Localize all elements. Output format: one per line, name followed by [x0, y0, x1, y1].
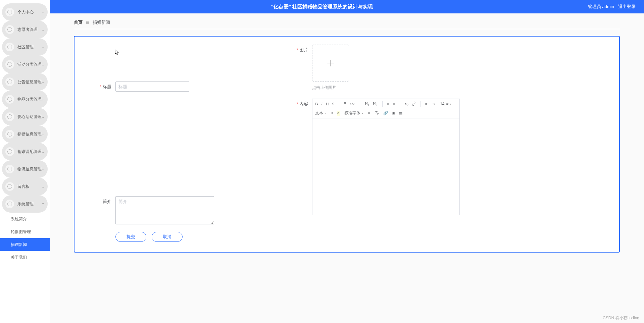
upload-tip: 点击上传图片 [312, 85, 349, 91]
underline-icon[interactable]: U [326, 102, 329, 107]
submit-button[interactable]: 提交 [115, 232, 146, 242]
sidebar-item-logistics[interactable]: 物流信息管理⌄ [2, 160, 48, 178]
clock-icon [7, 62, 12, 67]
strike-icon[interactable]: S [332, 102, 335, 107]
sidebar-item-notice[interactable]: 公告信息管理⌄ [2, 73, 48, 91]
form-left-column: 标题 简介 提交 取消 [84, 45, 292, 242]
clock-icon [7, 27, 12, 32]
breadcrumb-divider [74, 29, 620, 29]
breadcrumb-sep-icon: ☰ [86, 20, 89, 25]
title-label: 标题 [84, 82, 115, 92]
chevron-down-icon: ⌄ [42, 80, 44, 84]
app-header: "亿点爱" 社区捐赠物品管理系统的设计与实现 管理员 admin 退出登录 [0, 0, 644, 13]
image-icon[interactable]: ▣ [392, 111, 395, 116]
sidebar-item-system[interactable]: 系统管理⌃ [2, 195, 48, 213]
breadcrumb: 首页 ☰ 捐赠新闻 [50, 13, 644, 29]
clock-icon [7, 79, 12, 84]
clock-icon [7, 97, 12, 102]
header-actions: 管理员 admin 退出登录 [588, 4, 636, 10]
chevron-down-icon: ⌄ [42, 98, 44, 101]
quote-icon[interactable]: ❞ [344, 102, 346, 107]
sub-item-system-intro[interactable]: 系统简介 [9, 213, 50, 225]
sidebar-item-msgboard[interactable]: 留言板⌄ [2, 178, 48, 195]
chevron-down-icon: ⌄ [42, 150, 44, 154]
image-uploader[interactable] [312, 45, 349, 82]
sub-item-carousel[interactable]: 轮播图管理 [9, 225, 50, 238]
intro-textarea[interactable] [115, 196, 214, 224]
clear-format-icon[interactable]: Tx [375, 110, 379, 116]
superscript-icon[interactable]: x2 [412, 101, 415, 107]
upload-wrap: 点击上传图片 [312, 45, 349, 91]
clock-icon [7, 202, 12, 206]
sidebar-item-community[interactable]: 社区管理⌄ [2, 38, 48, 56]
app-title: "亿点爱" 社区捐赠物品管理系统的设计与实现 [271, 4, 373, 10]
font-family-select[interactable]: 标准字体▾ [344, 110, 363, 116]
content-row: 内容 B I U S ❞ </> [292, 99, 610, 215]
code-icon[interactable]: </> [349, 102, 355, 107]
chevron-down-icon: ⌄ [42, 63, 44, 66]
breadcrumb-current: 捐赠新闻 [93, 19, 110, 25]
italic-icon[interactable]: I [321, 102, 323, 107]
h2-icon[interactable]: H2 [373, 101, 378, 107]
intro-row: 简介 [84, 196, 292, 224]
chevron-down-icon: ⌄ [42, 167, 44, 171]
ol-icon[interactable]: ≡ [387, 102, 390, 107]
clock-icon [7, 132, 12, 137]
admin-label[interactable]: 管理员 admin [588, 4, 614, 10]
chevron-down-icon: ▾ [450, 103, 451, 106]
clock-icon [7, 184, 12, 189]
bg-color-icon[interactable]: A [337, 111, 340, 116]
font-size-select[interactable]: 14px▾ [440, 102, 451, 106]
title-input[interactable] [115, 82, 189, 92]
sub-item-about-us[interactable]: 关于我们 [9, 251, 50, 264]
outdent-icon[interactable]: ⇥ [432, 102, 435, 107]
link-icon[interactable]: 🔗 [383, 111, 388, 116]
breadcrumb-home[interactable]: 首页 [74, 19, 83, 25]
chevron-down-icon: ⌄ [42, 28, 44, 32]
bold-icon[interactable]: B [315, 102, 318, 107]
watermark: CSDN @小蔡coding [603, 315, 639, 321]
content-label: 内容 [292, 99, 312, 215]
logout-link[interactable]: 退出登录 [618, 4, 636, 10]
sidebar-item-allocate[interactable]: 捐赠调配管理⌄ [2, 143, 48, 160]
sidebar-item-charity[interactable]: 爱心活动管理⌄ [2, 108, 48, 125]
title-row: 标题 [84, 82, 292, 92]
rich-editor: B I U S ❞ </> H1 H2 [312, 99, 460, 215]
font-color-icon[interactable]: A [331, 111, 334, 116]
sidebar-item-personal[interactable]: 个人中心⌄ [2, 3, 48, 21]
chevron-down-icon: ⌄ [42, 45, 44, 49]
sidebar-sublist: 系统简介 轮播图管理 捐赠新闻 关于我们 [0, 213, 50, 264]
plus-icon [326, 59, 335, 67]
chevron-down-icon: ⌄ [42, 10, 44, 14]
sidebar-item-goods-cat[interactable]: 物品分类管理⌄ [2, 91, 48, 108]
editor-content[interactable] [312, 118, 460, 215]
h1-icon[interactable]: H1 [365, 101, 369, 107]
chevron-down-icon: ▾ [325, 112, 326, 115]
sub-item-donation-news[interactable]: 捐赠新闻 [0, 238, 50, 251]
chevron-down-icon: ▾ [362, 112, 363, 115]
image-label: 图片 [292, 45, 312, 91]
chevron-down-icon: ⌄ [42, 132, 44, 136]
indent-icon[interactable]: ⇤ [425, 102, 429, 107]
save-icon[interactable]: ▤ [399, 111, 402, 116]
sidebar-item-donation[interactable]: 捐赠信息管理⌄ [2, 125, 48, 143]
subscript-icon[interactable]: x2 [405, 101, 408, 107]
form-panel: 标题 简介 提交 取消 图片 点击上传图片 [74, 36, 620, 253]
sidebar-item-volunteer[interactable]: 志愿者管理⌄ [2, 21, 48, 38]
ul-icon[interactable]: ≡ [393, 102, 395, 107]
editor-toolbar: B I U S ❞ </> H1 H2 [312, 99, 460, 118]
intro-label: 简介 [84, 196, 115, 224]
clock-icon [7, 167, 12, 171]
cancel-button[interactable]: 取消 [152, 232, 183, 242]
clock-icon [7, 10, 12, 14]
chevron-up-icon: ⌃ [42, 202, 44, 206]
sidebar: 个人中心⌄ 志愿者管理⌄ 社区管理⌄ 活动分类管理⌄ 公告信息管理⌄ 物品分类管… [0, 0, 50, 323]
chevron-down-icon: ⌄ [42, 185, 44, 189]
form-right-column: 图片 点击上传图片 内容 B I U S [292, 45, 610, 242]
sidebar-item-activity-cat[interactable]: 活动分类管理⌄ [2, 56, 48, 73]
image-row: 图片 点击上传图片 [292, 45, 610, 91]
text-type-select[interactable]: 文本▾ [315, 110, 326, 116]
main-content: 首页 ☰ 捐赠新闻 标题 简介 提交 取消 图片 [50, 13, 644, 323]
align-icon[interactable]: ≡ [368, 111, 370, 116]
clock-icon [7, 114, 12, 119]
